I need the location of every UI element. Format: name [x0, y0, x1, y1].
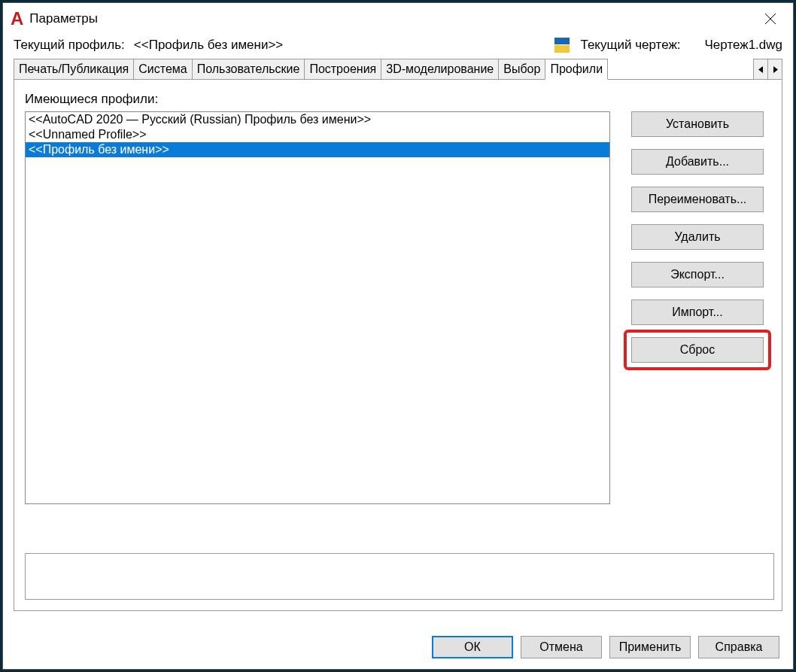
- tab-label: Пользовательские: [197, 62, 300, 75]
- description-box: [25, 553, 774, 600]
- cancel-button[interactable]: Отмена: [521, 636, 602, 658]
- add-button[interactable]: Добавить...: [631, 149, 764, 175]
- window-title: Параметры: [29, 11, 98, 26]
- current-drawing-value: Чертеж1.dwg: [705, 38, 782, 53]
- titlebar: A Параметры: [3, 3, 793, 35]
- list-item-label: <<Unnamed Profile>>: [29, 128, 147, 141]
- tab-scroll-right[interactable]: [767, 59, 782, 80]
- profiles-listbox[interactable]: <<AutoCAD 2020 — Русский (Russian) Профи…: [25, 111, 610, 504]
- current-profile-label: Текущий профиль:: [14, 38, 125, 53]
- tab-profiles[interactable]: Профили: [545, 59, 608, 80]
- current-drawing-group: Текущий чертеж:: [554, 38, 680, 53]
- tab-label: Профили: [550, 62, 603, 75]
- ok-button[interactable]: ОК: [432, 636, 513, 658]
- drawing-icon: [554, 38, 570, 53]
- list-item-label: <<AutoCAD 2020 — Русский (Russian) Профи…: [29, 113, 371, 126]
- import-button[interactable]: Импорт...: [631, 300, 764, 325]
- profile-side-buttons: Установить Добавить... Переименовать... …: [631, 111, 764, 504]
- tab-label: Выбор: [503, 62, 540, 75]
- delete-button[interactable]: Удалить: [631, 224, 764, 250]
- list-item[interactable]: <<Профиль без имени>>: [26, 142, 609, 157]
- close-icon: [764, 13, 776, 25]
- svg-marker-2: [758, 66, 763, 73]
- apply-button[interactable]: Применить: [609, 636, 691, 658]
- profiles-row: <<AutoCAD 2020 — Русский (Russian) Профи…: [25, 111, 771, 504]
- svg-marker-3: [773, 66, 778, 73]
- rename-button[interactable]: Переименовать...: [631, 187, 764, 212]
- current-drawing-label: Текущий чертеж:: [580, 38, 680, 53]
- tab-scroll-left[interactable]: [753, 59, 768, 80]
- tab-label: 3D-моделирование: [386, 62, 494, 75]
- tab-user[interactable]: Пользовательские: [192, 59, 305, 80]
- tab-border: [14, 79, 782, 80]
- tab-3d-modeling[interactable]: 3D-моделирование: [381, 59, 499, 80]
- titlebar-left: A Параметры: [11, 8, 98, 29]
- app-icon: A: [11, 8, 23, 29]
- set-current-button[interactable]: Установить: [631, 111, 764, 137]
- reset-highlight: Сброс: [624, 330, 771, 370]
- tab-label: Система: [138, 62, 187, 75]
- tab-print-publish[interactable]: Печать/Публикация: [14, 59, 134, 80]
- tab-scroll-buttons: [754, 59, 782, 80]
- profiles-list-label: Имеющиеся профили:: [25, 92, 771, 107]
- chevron-left-icon: [758, 66, 764, 73]
- close-button[interactable]: [755, 4, 785, 34]
- tabs: Печать/Публикация Система Пользовательск…: [14, 59, 607, 80]
- tab-body: Имеющиеся профили: <<AutoCAD 2020 — Русс…: [14, 80, 782, 611]
- list-item[interactable]: <<AutoCAD 2020 — Русский (Russian) Профи…: [26, 112, 609, 127]
- tabs-row: Печать/Публикация Система Пользовательск…: [14, 59, 782, 80]
- list-item[interactable]: <<Unnamed Profile>>: [26, 127, 609, 142]
- tab-label: Печать/Публикация: [19, 62, 129, 75]
- dialog-footer-buttons: ОК Отмена Применить Справка: [432, 636, 779, 658]
- header-info: Текущий профиль: <<Профиль без имени>> Т…: [3, 35, 793, 59]
- chevron-right-icon: [773, 66, 778, 73]
- list-item-label: <<Профиль без имени>>: [29, 143, 169, 156]
- tab-system[interactable]: Система: [133, 59, 192, 80]
- current-profile-value: <<Профиль без имени>>: [134, 38, 284, 53]
- reset-button[interactable]: Сброс: [631, 337, 764, 363]
- help-button[interactable]: Справка: [698, 636, 779, 658]
- tab-selection[interactable]: Выбор: [498, 59, 545, 80]
- tab-drafting[interactable]: Построения: [304, 59, 381, 80]
- options-dialog: A Параметры Текущий профиль: <<Профиль б…: [2, 2, 794, 670]
- export-button[interactable]: Экспорт...: [631, 262, 764, 287]
- tab-label: Построения: [309, 62, 376, 75]
